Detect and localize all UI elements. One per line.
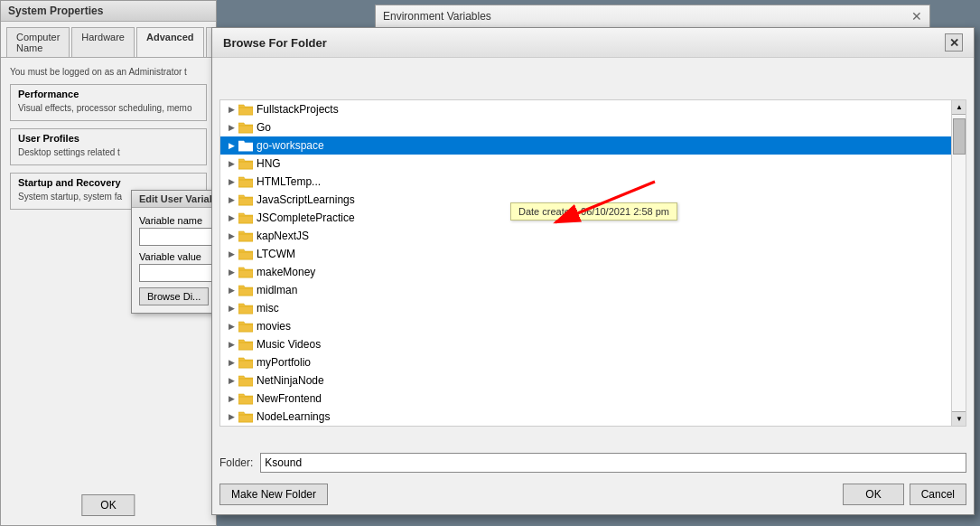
folder-icon — [238, 121, 253, 134]
folder-icon — [238, 410, 253, 423]
folder-name: myPortfolio — [257, 356, 311, 369]
folder-input-area: Folder: — [219, 453, 966, 473]
folder-name: kapNextJS — [257, 230, 309, 242]
folder-name: NewFrontend — [257, 392, 322, 405]
folder-item[interactable]: ▶ misc — [220, 299, 966, 317]
startup-title: Startup and Recovery — [18, 177, 199, 188]
folder-item[interactable]: ▶ HTMLTemp... — [220, 173, 966, 191]
folder-label: Folder: — [219, 456, 253, 469]
tab-hardware[interactable]: Hardware — [71, 27, 135, 57]
expand-arrow-icon[interactable]: ▶ — [224, 409, 238, 424]
admin-text: You must be logged on as an Administrato… — [10, 67, 207, 77]
folder-item[interactable]: ▶ Go — [220, 118, 966, 136]
expand-arrow-icon[interactable]: ▶ — [224, 174, 238, 189]
expand-arrow-icon[interactable]: ▶ — [224, 193, 238, 207]
folder-item[interactable]: ▶ LTCWM — [220, 245, 966, 263]
expand-arrow-icon[interactable]: ▶ — [224, 283, 238, 297]
tree-scrollbar[interactable]: ▲ ▼ — [951, 100, 966, 426]
tab-advanced[interactable]: Advanced — [136, 27, 204, 57]
expand-arrow-icon[interactable]: ▶ — [224, 301, 238, 315]
folder-item[interactable]: ▶ NewFrontend — [220, 390, 966, 408]
expand-arrow-icon[interactable]: ▶ — [224, 156, 238, 171]
folder-item[interactable]: ▶ kapNextJS — [220, 227, 966, 245]
env-bar-close-button[interactable]: ✕ — [911, 9, 922, 23]
expand-arrow-icon[interactable]: ▶ — [224, 373, 238, 388]
browse-title-bar: Browse For Folder ✕ — [212, 28, 974, 58]
browse-close-button[interactable]: ✕ — [945, 33, 963, 52]
folder-item[interactable]: ▶ Music Videos — [220, 335, 966, 353]
user-profiles-title: User Profiles — [18, 133, 199, 144]
browse-ok-button[interactable]: OK — [843, 484, 903, 505]
env-bar-title: Environment Variables — [383, 10, 491, 23]
browse-buttons-area: Make New Folder OK Cancel — [219, 484, 966, 505]
folder-icon — [238, 392, 253, 405]
system-properties-title: System Properties — [1, 1, 216, 22]
folder-icon — [238, 175, 253, 188]
folder-icon — [238, 230, 253, 242]
folder-item[interactable]: ▶ NodeLearnings — [220, 408, 966, 426]
user-profiles-section: User Profiles Desktop settings related t — [10, 128, 207, 165]
folder-item[interactable]: ▶ movies — [220, 317, 966, 335]
folder-name: Go — [257, 121, 271, 134]
folder-item[interactable]: ▶ FullstackProjects — [220, 100, 966, 118]
folder-item[interactable]: ▶ makeMoney — [220, 263, 966, 281]
folder-icon — [238, 266, 253, 278]
browse-folder-dialog: Browse For Folder ✕ ▶ FullstackProjects▶… — [211, 27, 975, 515]
folder-item[interactable]: ▶ HNG — [220, 155, 966, 173]
folder-name: Music Videos — [257, 338, 321, 351]
expand-arrow-icon[interactable]: ▶ — [224, 391, 238, 406]
folder-icon — [238, 157, 253, 170]
folder-icon — [238, 103, 253, 116]
folder-item[interactable]: ▶ myPortfolio — [220, 353, 966, 371]
folder-name: JSCompletePractice — [257, 211, 355, 224]
folder-icon — [238, 139, 253, 152]
folder-name: makeMoney — [257, 266, 315, 278]
expand-arrow-icon[interactable]: ▶ — [224, 247, 238, 261]
folder-icon — [238, 338, 253, 351]
folder-name: go-workspace — [257, 139, 324, 152]
browse-title-text: Browse For Folder — [223, 36, 327, 50]
folder-item[interactable]: ▶ NetNinjaNode — [220, 371, 966, 390]
performance-section: Performance Visual effects, processor sc… — [10, 84, 207, 121]
expand-arrow-icon[interactable]: ▶ — [224, 211, 238, 225]
expand-arrow-icon[interactable]: ▶ — [224, 229, 238, 243]
folder-tooltip: Date created: 06/10/2021 2:58 pm — [510, 202, 677, 221]
folder-name: NetNinjaNode — [257, 374, 324, 387]
tab-computer-name[interactable]: Computer Name — [6, 27, 70, 57]
scroll-thumb[interactable] — [953, 118, 966, 155]
scroll-down-button[interactable]: ▼ — [952, 411, 966, 426]
expand-arrow-icon[interactable]: ▶ — [224, 138, 238, 153]
system-properties-tabs: Computer Name Hardware Advanced Sy — [1, 22, 216, 58]
expand-arrow-icon[interactable]: ▶ — [224, 355, 238, 370]
folder-name: movies — [257, 320, 291, 333]
folder-name: HTMLTemp... — [257, 175, 321, 188]
folder-icon — [238, 284, 253, 296]
folder-item[interactable]: ▶ midlman — [220, 281, 966, 299]
environment-variables-bar: Environment Variables ✕ — [375, 5, 930, 28]
folder-name: NodeLearnings — [257, 410, 330, 423]
folder-name: HNG — [257, 157, 281, 170]
folder-name: LTCWM — [257, 248, 295, 260]
make-new-folder-button[interactable]: Make New Folder — [219, 484, 328, 505]
folder-input[interactable] — [260, 453, 966, 473]
folder-icon — [238, 374, 253, 387]
performance-text: Visual effects, processor scheduling, me… — [18, 103, 199, 113]
folder-tree[interactable]: ▶ FullstackProjects▶ Go▶ go-workspace▶ H… — [219, 99, 966, 427]
folder-icon — [238, 211, 253, 224]
folder-item[interactable]: ▶ go-workspace — [220, 136, 966, 155]
performance-title: Performance — [18, 89, 199, 99]
user-profiles-text: Desktop settings related t — [18, 147, 199, 157]
ok-cancel-group: OK Cancel — [843, 484, 966, 505]
expand-arrow-icon[interactable]: ▶ — [224, 120, 238, 135]
folder-icon — [238, 320, 253, 333]
expand-arrow-icon[interactable]: ▶ — [224, 265, 238, 279]
expand-arrow-icon[interactable]: ▶ — [224, 337, 238, 352]
system-properties-ok-button[interactable]: OK — [81, 494, 135, 516]
expand-arrow-icon[interactable]: ▶ — [224, 102, 238, 117]
folder-icon — [238, 248, 253, 260]
browse-cancel-button[interactable]: Cancel — [910, 484, 966, 505]
scroll-up-button[interactable]: ▲ — [952, 100, 966, 115]
folder-name: FullstackProjects — [257, 103, 339, 116]
browse-dir-button[interactable]: Browse Di... — [139, 287, 209, 305]
expand-arrow-icon[interactable]: ▶ — [224, 319, 238, 333]
